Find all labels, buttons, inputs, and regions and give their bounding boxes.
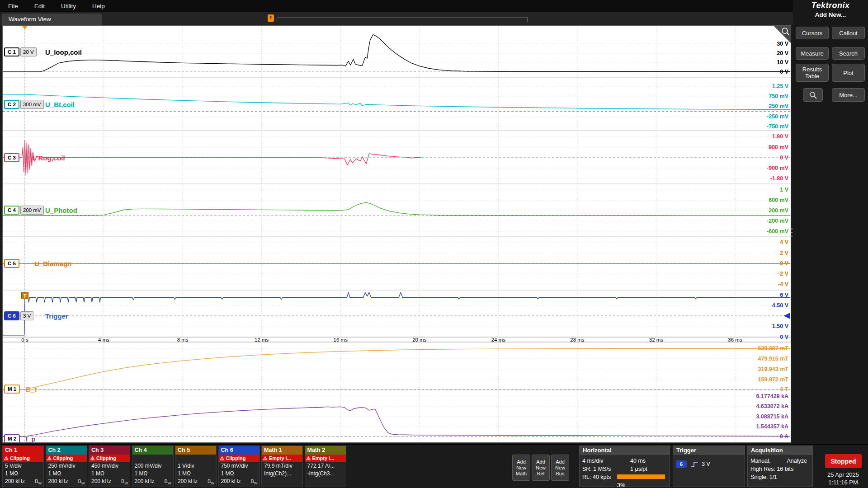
tektronix-logo: Tektronix <box>793 1 868 10</box>
menu-edit[interactable]: Edit <box>26 0 53 12</box>
run-stop-button[interactable]: Stopped <box>825 454 862 468</box>
scale-label: 4.50 V <box>772 302 788 309</box>
channel-card-tab[interactable]: Math 2 <box>305 446 346 455</box>
measure-button[interactable]: Measure <box>796 47 829 60</box>
right-sidebar: Tektronix Add New... Cursors Callout Mea… <box>793 0 868 488</box>
channel-card-ch-5[interactable]: Ch 51 V/div1 MΩ200 kHzBW <box>175 446 217 487</box>
scale-label: 0 V <box>780 155 788 161</box>
channel-card-math-2[interactable]: Math 2⚠ Empty i...772.17 A/...-Intg(Ch3.… <box>305 446 346 487</box>
scale-label: 0 A <box>780 433 788 440</box>
bandwidth-limit-icon: BW <box>35 478 42 485</box>
channel-card-tab[interactable]: Ch 5 <box>175 446 216 455</box>
x-axis-label: 32 ms <box>649 338 663 342</box>
channel-tag: C 6 <box>4 311 19 320</box>
magnifier-icon <box>809 91 817 99</box>
channel-badge-c2[interactable]: C 2300 mV <box>4 100 44 109</box>
trace-C4 <box>3 202 790 216</box>
trace-M1 <box>3 348 790 389</box>
channel-setting: 200 kHzBW <box>46 478 87 485</box>
waveform-plot-area[interactable]: T 0 s4 ms8 ms12 ms16 ms20 ms24 ms28 ms32… <box>2 25 791 443</box>
scale-label: 0 V <box>780 69 788 75</box>
acquisition-analyze: Analyze <box>787 457 807 465</box>
channel-badge-c5[interactable]: C 5 <box>4 259 19 268</box>
channel-card-math-1[interactable]: Math 1⚠ Empty i...79.9 mT/divIntg(Ch2)..… <box>261 446 303 487</box>
scale-label: 4.633072 kA <box>756 403 788 409</box>
scale-label: 20 V <box>777 50 788 56</box>
waveform-canvas[interactable] <box>3 26 791 442</box>
channel-card-ch-2[interactable]: Ch 2⚠ Clipping250 mV/div1 MΩ200 kHzBW <box>46 446 87 487</box>
channel-setting: 200 kHzBW <box>3 478 43 485</box>
scale-label: 2 V <box>780 250 788 256</box>
acquisition-panel[interactable]: Acquisition Manual,Analyze High Res: 16 … <box>747 446 813 487</box>
sample-interval: 1 µs/pt <box>630 465 647 473</box>
acquisition-window-bracket[interactable] <box>277 18 528 22</box>
channel-setting: 1 MΩ <box>132 470 173 478</box>
scale-label: 750 mV <box>769 93 788 99</box>
channel-badge-c6[interactable]: C 63 V <box>4 311 33 320</box>
trace-name-label: B_t <box>26 385 37 393</box>
clipping-warning: ⚠ Clipping <box>3 455 43 462</box>
channel-badge-c1[interactable]: C 120 V <box>4 47 37 56</box>
channel-card-tab[interactable]: Ch 4 <box>132 446 173 455</box>
channel-setting: -Intg(Ch3... <box>305 470 346 478</box>
channel-setting: 250 mV/div <box>46 462 87 470</box>
channel-scale-value: 200 mV <box>20 206 44 215</box>
channel-badge-m1[interactable]: M 1 <box>4 385 20 394</box>
channel-card-tab[interactable]: Ch 1 <box>3 446 43 455</box>
channel-badge-c4[interactable]: C 4200 mV <box>4 206 44 215</box>
scale-label: 3.088715 kA <box>756 413 788 420</box>
trigger-position-icon[interactable]: T <box>268 14 274 22</box>
horizontal-panel[interactable]: Horizontal 4 ms/div40 ms SR: 1 MS/s1 µs/… <box>579 446 670 487</box>
plot-button[interactable]: Plot <box>832 64 865 82</box>
trace-name-label: I_p <box>26 435 36 443</box>
channel-card-ch-3[interactable]: Ch 3⚠ Clipping450 mV/div1 MΩ200 kHzBW <box>89 446 130 487</box>
channel-card-ch-6[interactable]: Ch 6⚠ Clipping750 mV/div1 MΩ200 kHzBW <box>218 446 260 487</box>
x-axis-label: 28 ms <box>570 338 584 342</box>
scale-label: 1.50 V <box>772 323 788 329</box>
channel-card-tab[interactable]: Ch 6 <box>219 446 259 455</box>
trigger-level-arrow-icon[interactable] <box>783 313 790 319</box>
channel-card-tab[interactable]: Ch 3 <box>89 446 130 455</box>
trace-name-label: U_Diamagn <box>34 260 72 267</box>
acquisition-panel-title: Acquisition <box>748 446 812 455</box>
trigger-position-marker[interactable] <box>22 26 28 29</box>
menu-utility[interactable]: Utility <box>53 0 84 12</box>
add-new-bus-button[interactable]: AddNewBus <box>551 455 569 481</box>
channel-badge-c3[interactable]: C 3 <box>4 153 19 162</box>
menu-file[interactable]: File <box>0 0 26 12</box>
channel-card-tab[interactable]: Ch 2 <box>46 446 87 455</box>
spacer-row <box>132 455 173 462</box>
scale-label: 250 mV <box>769 103 788 109</box>
channel-setting: 1 MΩ <box>175 470 216 478</box>
scale-label: 639.887 mT <box>758 345 788 352</box>
spacer-row <box>175 455 216 462</box>
zoom-button[interactable] <box>803 88 823 102</box>
search-button[interactable]: Search <box>832 47 865 60</box>
results-table-button[interactable]: Results Table <box>796 64 829 82</box>
scale-label: 6 V <box>780 292 788 298</box>
channel-card-tab[interactable]: Math 1 <box>262 446 302 455</box>
scale-label: 1 V <box>780 187 788 193</box>
channel-tag: M 2 <box>4 434 20 443</box>
x-axis-label: 8 ms <box>177 338 189 342</box>
channel-setting: 1 MΩ <box>219 470 259 478</box>
channel-setting: 450 mV/div <box>89 462 130 470</box>
channel-badge-m2[interactable]: M 2 <box>4 434 20 443</box>
channel-card-ch-4[interactable]: Ch 4200 mV/div1 MΩ200 kHzBW <box>132 446 174 487</box>
trigger-source-marker[interactable]: T <box>21 292 28 299</box>
cursors-button[interactable]: Cursors <box>796 27 829 39</box>
channel-card-ch-1[interactable]: Ch 1⚠ Clipping5 V/div1 MΩ200 kHzBW <box>2 446 44 487</box>
waveform-view-tab[interactable]: Waveform View <box>2 14 102 25</box>
bandwidth-limit-icon: BW <box>165 478 171 485</box>
trigger-panel[interactable]: Trigger 6 3 V <box>673 446 745 487</box>
more-button[interactable]: More... <box>832 88 865 102</box>
trigger-level: 3 V <box>702 461 710 467</box>
add-new-math-button[interactable]: AddNewMath <box>512 455 530 481</box>
callout-button[interactable]: Callout <box>832 27 865 39</box>
trace-C2 <box>3 94 790 110</box>
trigger-panel-title: Trigger <box>673 446 745 455</box>
x-axis-label: 20 ms <box>412 338 426 342</box>
menu-help[interactable]: Help <box>84 0 113 12</box>
add-new-ref-button[interactable]: AddNewRef <box>532 455 550 481</box>
scale-label: 600 mV <box>769 197 788 203</box>
